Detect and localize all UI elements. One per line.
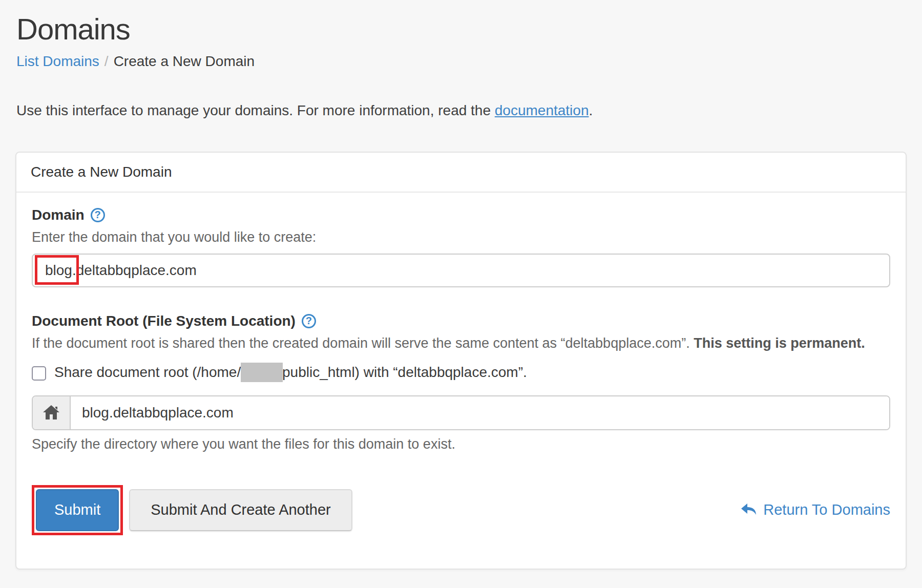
- documentation-link[interactable]: documentation: [495, 102, 589, 118]
- docroot-help-text: Specify the directory where you want the…: [32, 436, 890, 452]
- page-title: Domains: [16, 11, 907, 47]
- return-to-domains-label: Return To Domains: [763, 501, 890, 518]
- create-domain-panel: Create a New Domain Domain ? Enter the d…: [15, 152, 907, 570]
- docroot-description: If the document root is shared then the …: [32, 335, 890, 351]
- submit-and-create-another-button[interactable]: Submit And Create Another: [129, 489, 352, 531]
- docroot-path-input[interactable]: [71, 396, 889, 429]
- domain-field-label: Domain ?: [32, 207, 890, 223]
- docroot-description-bold: This setting is permanent.: [694, 335, 865, 351]
- breadcrumb-current: Create a New Domain: [114, 53, 255, 69]
- share-docroot-row: Share document root (/home//public_html)…: [32, 363, 890, 384]
- domain-help-icon[interactable]: ?: [91, 208, 105, 222]
- share-docroot-checkbox[interactable]: [32, 366, 46, 381]
- username-redaction-box: [241, 363, 283, 382]
- share-label-after: /public_html) with “deltabbqplace.com”.: [278, 364, 527, 380]
- docroot-input-addon: [33, 396, 71, 429]
- breadcrumb-link-list-domains[interactable]: List Domains: [16, 53, 99, 69]
- home-icon: [43, 405, 59, 420]
- docroot-field-label: Document Root (File System Location) ?: [32, 313, 890, 329]
- domain-help-text: Enter the domain that you would like to …: [32, 229, 890, 245]
- actions-row: Submit Submit And Create Another Return …: [32, 485, 890, 535]
- share-docroot-label: Share document root (/home//public_html)…: [54, 363, 527, 384]
- docroot-description-regular: If the document root is shared then the …: [32, 335, 694, 351]
- breadcrumb-separator: /: [104, 53, 109, 69]
- share-label-before: Share document root (/home/: [54, 364, 241, 380]
- page: Domains List Domains/Create a New Domain…: [0, 0, 922, 570]
- return-to-domains-link[interactable]: Return To Domains: [741, 501, 890, 518]
- domain-input[interactable]: [32, 254, 890, 287]
- submit-highlight-annotation: Submit: [32, 485, 123, 535]
- panel-body: Domain ? Enter the domain that you would…: [16, 193, 906, 535]
- docroot-help-icon[interactable]: ?: [302, 314, 316, 328]
- intro-text-before: Use this interface to manage your domain…: [16, 102, 495, 118]
- domain-input-wrap: [32, 254, 890, 287]
- domain-label-text: Domain: [32, 207, 85, 223]
- intro-text-after: .: [589, 102, 593, 118]
- intro-text: Use this interface to manage your domain…: [16, 102, 907, 119]
- reply-arrow-icon: [741, 503, 757, 517]
- submit-button[interactable]: Submit: [36, 489, 119, 531]
- breadcrumb: List Domains/Create a New Domain: [16, 52, 907, 71]
- docroot-label-text: Document Root (File System Location): [32, 313, 296, 329]
- panel-header: Create a New Domain: [16, 153, 906, 193]
- docroot-input-group: [32, 395, 890, 430]
